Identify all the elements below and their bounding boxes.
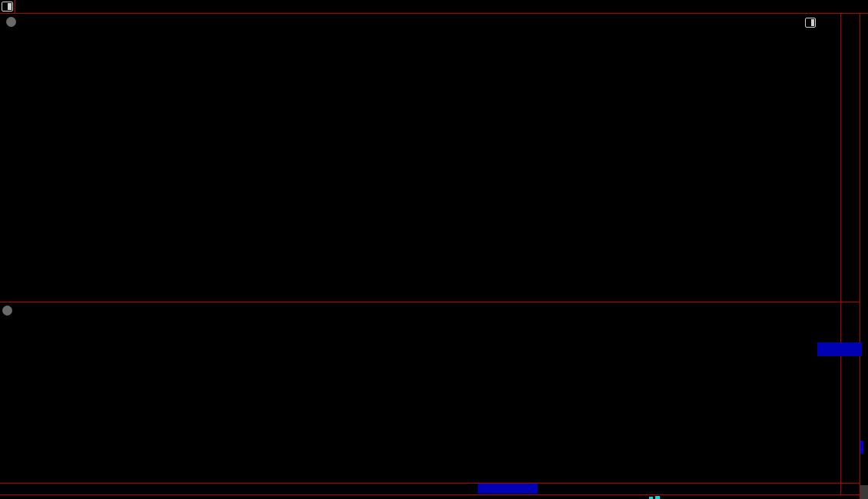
maximize-pane-icon[interactable] <box>805 18 816 28</box>
date-axis-top-border <box>0 483 860 484</box>
price-axis-border <box>840 14 841 494</box>
date-axis-bottom-border <box>0 494 860 495</box>
main-chart-header <box>2 16 20 28</box>
sub-chart-header <box>2 305 24 316</box>
current-price-tag <box>817 342 862 356</box>
chevron-down-icon[interactable] <box>2 306 12 316</box>
app-window <box>0 0 868 499</box>
sub-ema-chart[interactable] <box>0 318 840 483</box>
maximize-pane-icon-fill <box>811 19 814 26</box>
window-layout-icon[interactable] <box>2 2 13 12</box>
panel-divider <box>0 302 860 302</box>
top-toolbar <box>0 0 868 13</box>
window-layout-icon-fill <box>8 3 12 10</box>
right-strip-scroll[interactable] <box>860 485 868 499</box>
chevron-down-icon[interactable] <box>6 17 16 27</box>
right-strip-border <box>860 14 860 499</box>
main-candlestick-chart[interactable] <box>0 28 840 302</box>
toolbar-border <box>0 13 868 14</box>
toolbar-separator <box>15 0 15 13</box>
bottom-cyan-mark <box>655 496 660 499</box>
selected-date-box <box>478 484 538 494</box>
right-strip-highlight <box>860 441 863 454</box>
